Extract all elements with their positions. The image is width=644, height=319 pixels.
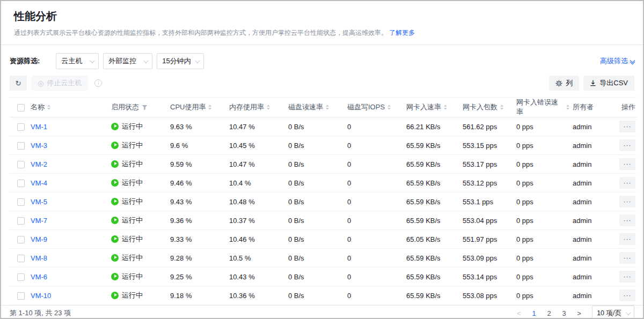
info-icon[interactable]: i [94, 79, 102, 87]
column-header[interactable]: 内存使用率 [229, 98, 288, 117]
row-actions-button[interactable]: ··· [619, 196, 635, 207]
table-row: VM-10 运行中 9.18 % 10.36 % 0 B/s 0 65.59 K… [10, 286, 636, 305]
net-in-packets-cell: 561.62 pps [463, 117, 516, 136]
column-header[interactable]: 网卡入速率 [406, 98, 463, 117]
row-checkbox[interactable] [17, 161, 25, 168]
status-cell: 运行中 [111, 230, 170, 249]
sort-icon[interactable] [500, 105, 503, 110]
row-checkbox[interactable] [17, 180, 25, 187]
status-cell: 运行中 [111, 286, 170, 305]
refresh-button[interactable]: ↻ [10, 76, 27, 91]
filter-icon[interactable] [142, 105, 148, 110]
disk-write-iops-cell: 0 [347, 211, 406, 230]
performance-analysis-page: 性能分析 通过列表方式展示云平台核心资源的性能监控指标，支持外部和内部两种监控方… [0, 0, 644, 319]
page-number-1[interactable]: 1 [528, 307, 540, 319]
column-header[interactable]: CPU使用率 [170, 98, 229, 117]
sort-icon[interactable] [47, 105, 50, 110]
select-all-checkbox[interactable] [17, 104, 25, 112]
sort-icon[interactable] [566, 105, 569, 110]
vm-name-link[interactable]: VM-4 [31, 179, 47, 187]
column-header[interactable]: 磁盘读速率 [288, 98, 347, 117]
row-actions-button[interactable]: ··· [619, 271, 635, 283]
cpu-usage-cell: 9.25 % [170, 268, 229, 286]
row-actions-button[interactable]: ··· [619, 290, 635, 301]
vm-name-link[interactable]: VM-3 [31, 142, 47, 150]
vm-name-link[interactable]: VM-7 [31, 217, 47, 225]
row-checkbox-cell [10, 117, 31, 136]
row-checkbox[interactable] [17, 236, 25, 243]
vm-name-link[interactable]: VM-6 [31, 273, 47, 281]
row-actions-button[interactable]: ··· [619, 139, 635, 151]
memory-usage-cell: 10.47 % [229, 117, 288, 136]
prev-page-button[interactable]: < [513, 307, 525, 319]
time-range-select[interactable]: 15分钟内 [157, 53, 204, 69]
net-in-errors-cell: 0 pps [516, 136, 573, 155]
row-actions-button[interactable]: ··· [619, 252, 635, 264]
stop-vm-button[interactable]: ◎ 停止云主机 [31, 76, 88, 91]
resource-type-select[interactable]: 云主机 [56, 53, 99, 69]
vm-name-cell: VM-1 [31, 117, 111, 136]
column-header[interactable]: 启用状态 [111, 98, 170, 117]
monitor-type-select[interactable]: 外部监控 [103, 53, 152, 69]
sort-icon[interactable] [208, 105, 211, 110]
columns-button-label: 列 [566, 78, 573, 88]
ellipsis-icon: ··· [624, 142, 632, 149]
table-row: VM-5 运行中 9.43 % 10.48 % 0 B/s 0 65.59 KB… [10, 192, 636, 211]
row-actions-button[interactable]: ··· [619, 158, 635, 170]
sort-icon[interactable] [444, 105, 447, 110]
vm-name-link[interactable]: VM-2 [31, 160, 47, 168]
sort-icon[interactable] [326, 105, 329, 110]
page-number-2[interactable]: 2 [543, 307, 555, 319]
sort-icon[interactable] [387, 105, 391, 110]
export-csv-button[interactable]: 导出CSV [583, 76, 634, 91]
running-status-icon [111, 179, 119, 187]
vm-performance-table: 名称启用状态CPU使用率内存使用率磁盘读速率磁盘写IOPS网卡入速率网卡入包数网… [10, 97, 634, 305]
page-size-select[interactable]: 10 项/页 [592, 306, 634, 319]
row-checkbox-cell [10, 211, 31, 230]
row-checkbox[interactable] [17, 273, 25, 281]
vm-name-link[interactable]: VM-9 [31, 235, 47, 243]
row-checkbox[interactable] [17, 198, 25, 206]
vm-name-cell: VM-9 [31, 230, 111, 249]
disk-read-rate-cell: 0 B/s [288, 136, 347, 155]
row-checkbox[interactable] [17, 292, 25, 300]
owner-cell: admin [573, 268, 616, 286]
row-actions-button[interactable]: ··· [619, 121, 635, 132]
export-csv-label: 导出CSV [599, 78, 628, 88]
column-header[interactable]: 名称 [31, 98, 111, 117]
running-status-icon [111, 254, 119, 262]
row-checkbox[interactable] [17, 123, 25, 131]
sort-icon[interactable] [267, 105, 270, 110]
table-toolbar: ↻ ◎ 停止云主机 i 列 导出CSV [1, 75, 643, 97]
cpu-usage-cell: 9.6 % [170, 136, 229, 155]
row-checkbox-cell [10, 192, 31, 211]
vm-name-link[interactable]: VM-10 [31, 292, 51, 300]
vm-name-link[interactable]: VM-1 [31, 123, 47, 131]
page-number-3[interactable]: 3 [558, 307, 570, 319]
vm-name-link[interactable]: VM-5 [31, 198, 47, 206]
vm-name-cell: VM-3 [31, 136, 111, 155]
column-header-label: 磁盘读速率 [288, 102, 323, 112]
row-actions-button[interactable]: ··· [619, 233, 635, 245]
disk-read-rate-cell: 0 B/s [288, 117, 347, 136]
columns-button[interactable]: 列 [549, 76, 579, 91]
column-header[interactable]: 网卡入包数 [463, 98, 516, 117]
column-header[interactable]: 磁盘写IOPS [347, 98, 406, 117]
vm-name-cell: VM-7 [31, 211, 111, 230]
row-actions-button[interactable]: ··· [619, 214, 635, 226]
column-header-label: CPU使用率 [170, 102, 206, 112]
status-label: 运行中 [122, 159, 143, 169]
row-actions-button[interactable]: ··· [619, 177, 635, 189]
column-header[interactable]: 网卡入错误速率 [516, 98, 573, 117]
stop-icon: ◎ [38, 80, 43, 87]
next-page-button[interactable]: > [573, 307, 586, 319]
row-checkbox[interactable] [17, 217, 25, 225]
advanced-filter-link[interactable]: 高级筛选 [600, 56, 634, 66]
row-checkbox[interactable] [17, 255, 25, 262]
vm-name-link[interactable]: VM-8 [31, 254, 47, 262]
row-checkbox[interactable] [17, 142, 25, 150]
gear-icon [555, 80, 562, 87]
memory-usage-cell: 10.5 % [229, 249, 288, 268]
page-number-list: 123 [528, 307, 570, 319]
learn-more-link[interactable]: 了解更多 [389, 29, 415, 36]
